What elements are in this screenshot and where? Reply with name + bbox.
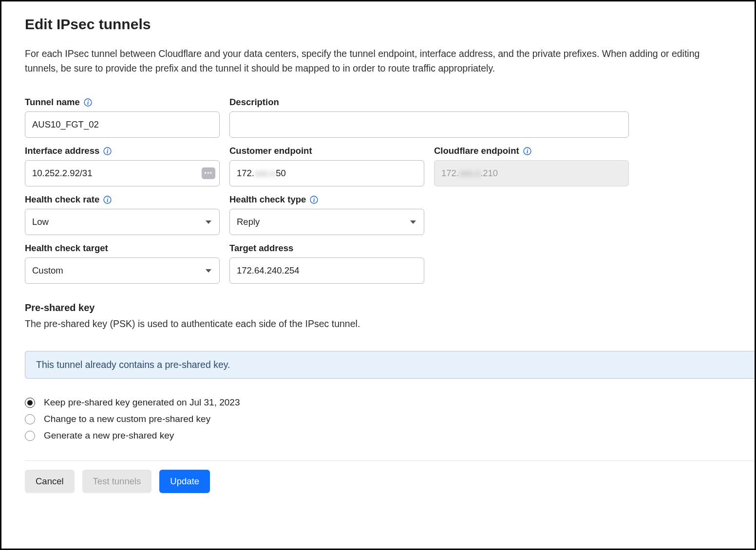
health-check-target-select[interactable]: Custom — [25, 257, 220, 284]
health-check-type-label: Health check type i — [229, 194, 424, 205]
info-icon[interactable]: i — [84, 98, 92, 107]
info-icon[interactable]: i — [103, 147, 112, 155]
radio-icon — [25, 414, 35, 424]
radio-label: Generate a new pre-shared key — [44, 430, 174, 441]
update-button[interactable]: Update — [159, 470, 210, 493]
interface-address-label: Interface address i — [25, 146, 220, 156]
chevron-down-icon — [206, 269, 211, 273]
psk-option-generate[interactable]: Generate a new pre-shared key — [25, 430, 731, 441]
psk-section-title: Pre-shared key — [25, 302, 731, 313]
description-label: Description — [229, 97, 629, 108]
interface-address-input[interactable] — [25, 160, 220, 186]
psk-option-keep[interactable]: Keep pre-shared key generated on Jul 31,… — [25, 397, 731, 408]
health-check-rate-label: Health check rate i — [25, 194, 220, 205]
radio-icon — [25, 431, 35, 441]
customer-endpoint-label: Customer endpoint — [229, 146, 424, 156]
radio-label: Change to a new custom pre-shared key — [44, 414, 210, 424]
health-check-type-select[interactable]: Reply — [229, 209, 424, 235]
autofill-icon[interactable]: ••• — [202, 167, 215, 179]
page-title: Edit IPsec tunnels — [25, 16, 731, 33]
test-tunnels-button[interactable]: Test tunnels — [82, 470, 152, 493]
chevron-down-icon — [410, 220, 416, 224]
health-check-rate-select[interactable]: Low — [25, 209, 220, 235]
tunnel-name-label: Tunnel name i — [25, 97, 220, 108]
tunnel-name-input[interactable] — [25, 111, 220, 138]
radio-label: Keep pre-shared key generated on Jul 31,… — [44, 397, 240, 408]
info-icon[interactable]: i — [310, 196, 318, 204]
target-address-input[interactable] — [229, 257, 424, 284]
info-icon[interactable]: i — [523, 147, 531, 155]
cancel-button[interactable]: Cancel — [25, 470, 75, 493]
svg-text:i: i — [87, 100, 89, 106]
divider — [25, 460, 755, 461]
page-description: For each IPsec tunnel between Cloudflare… — [25, 46, 731, 75]
target-address-label: Target address — [229, 243, 424, 254]
chevron-down-icon — [206, 220, 211, 224]
svg-text:i: i — [107, 197, 109, 203]
cloudflare-endpoint-input: 172. xxx.x .210 — [434, 160, 629, 186]
svg-text:i: i — [527, 148, 529, 155]
psk-section-text: The pre-shared key (PSK) is used to auth… — [25, 318, 731, 330]
svg-text:i: i — [107, 148, 109, 155]
psk-option-custom[interactable]: Change to a new custom pre-shared key — [25, 414, 731, 424]
description-input[interactable] — [229, 111, 629, 138]
customer-endpoint-input[interactable]: 172. xxx.x 50 — [229, 160, 424, 186]
cloudflare-endpoint-label: Cloudflare endpoint i — [434, 146, 629, 156]
radio-icon — [25, 398, 35, 408]
info-icon[interactable]: i — [103, 196, 112, 204]
svg-text:i: i — [313, 197, 315, 203]
psk-existing-banner: This tunnel already contains a pre-share… — [25, 351, 755, 379]
psk-radio-group: Keep pre-shared key generated on Jul 31,… — [25, 397, 731, 441]
health-check-target-label: Health check target — [25, 243, 220, 254]
